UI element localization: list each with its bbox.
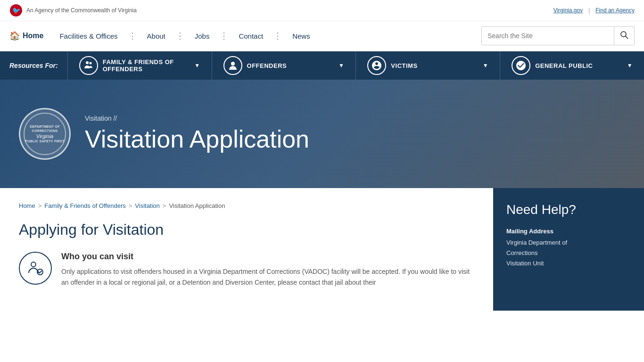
cardinal-icon: 🐦 (9, 4, 23, 17)
nav-dots-2: ⋮ (174, 31, 186, 41)
family-icon-svg (83, 60, 94, 71)
nav-dots-1: ⋮ (126, 31, 139, 41)
address-line2: Corrections (506, 248, 631, 258)
nav-jobs[interactable]: Jobs (186, 21, 218, 51)
nav-home[interactable]: 🏠 Home (9, 31, 51, 41)
resources-bar: Resources For: FAMILY & FRIENDS OF OFFEN… (0, 51, 644, 80)
breadcrumb-family-friends[interactable]: Family & Friends of Offenders (44, 202, 125, 209)
nav-contact-label: Contact (239, 32, 263, 40)
family-friends-icon (79, 56, 98, 75)
general-public-arrow: ▼ (627, 62, 633, 69)
department-seal: DEPARTMENT OF CORRECTIONS Virginia PUBLI… (19, 108, 71, 160)
who-visit-icon (19, 252, 52, 285)
victims-label: VICTIMS (391, 62, 476, 69)
nav-news[interactable]: News (284, 21, 319, 51)
svg-line-3 (626, 36, 628, 38)
resources-label: Resources For: (0, 51, 67, 80)
search-icon (620, 31, 628, 39)
offenders-label: OFFENDERS (247, 62, 332, 69)
search-button[interactable] (614, 27, 634, 45)
address-line3: Visitation Unit (506, 258, 631, 269)
top-links: Virginia.gov | Find an Agency (553, 7, 635, 14)
resource-offenders[interactable]: OFFENDERS ▼ (212, 51, 356, 80)
breadcrumb-sep-1: > (38, 202, 42, 209)
hero-content: Visitation // Visitation Application (85, 115, 309, 153)
family-friends-label: FAMILY & FRIENDS OF OFFENDERS (103, 58, 188, 73)
nav-facilities[interactable]: Facilities & Offices (51, 21, 126, 51)
hero-title: Visitation Application (85, 126, 309, 153)
breadcrumb-home[interactable]: Home (19, 202, 35, 209)
address-line1: Virginia Department of (506, 238, 631, 248)
seal-virginia: Virginia (36, 133, 54, 139)
nav-about[interactable]: About (139, 21, 174, 51)
mailing-address-label: Mailing Address (506, 228, 631, 235)
seal-inner: DEPARTMENT OF CORRECTIONS Virginia PUBLI… (24, 113, 66, 155)
nav-bar: 🏠 Home Facilities & Offices ⋮ About ⋮ Jo… (0, 21, 644, 51)
breadcrumb-visitation[interactable]: Visitation (135, 202, 160, 209)
seal-text-bottom: PUBLIC SAFETY FIRST (25, 139, 64, 143)
nav-dots-4: ⋮ (272, 31, 284, 41)
general-public-label: GENERAL PUBLIC (535, 62, 620, 69)
hero-breadcrumb: Visitation // (85, 115, 309, 122)
home-icon: 🏠 (9, 31, 20, 41)
svg-point-6 (231, 62, 235, 66)
breadcrumb: Home > Family & Friends of Offenders > V… (19, 202, 474, 209)
hero-section: DEPARTMENT OF CORRECTIONS Virginia PUBLI… (0, 80, 644, 188)
breadcrumb-current: Visitation Application (169, 202, 225, 209)
who-visit-text: Only applications to visit offenders hou… (61, 266, 474, 288)
who-visit-section: Who you can visit Only applications to v… (19, 252, 474, 288)
nav-facilities-label: Facilities & Offices (59, 32, 117, 40)
nav-news-label: News (292, 32, 310, 40)
victims-icon-svg (371, 60, 382, 71)
nav-jobs-label: Jobs (195, 32, 210, 40)
search-box (481, 26, 635, 45)
offenders-icon-svg (228, 60, 238, 71)
svg-point-7 (31, 262, 36, 267)
content-left: Home > Family & Friends of Offenders > V… (0, 188, 493, 311)
breadcrumb-sep-3: > (163, 202, 166, 209)
nav-about-label: About (147, 32, 165, 40)
offenders-arrow: ▼ (339, 62, 344, 69)
svg-point-4 (86, 61, 89, 64)
breadcrumb-sep-2: > (129, 202, 132, 209)
sidebar-address: Virginia Department of Corrections Visit… (506, 238, 631, 269)
resource-general-public[interactable]: GENERAL PUBLIC ▼ (500, 51, 644, 80)
resource-family-friends[interactable]: FAMILY & FRIENDS OF OFFENDERS ▼ (67, 51, 212, 80)
victims-arrow: ▼ (483, 62, 488, 69)
svg-point-5 (89, 62, 91, 65)
visitor-icon-svg (26, 259, 45, 278)
offenders-icon (223, 56, 242, 75)
victims-icon (367, 56, 386, 75)
find-agency-link[interactable]: Find an Agency (595, 7, 635, 14)
nav-home-label: Home (23, 32, 43, 40)
family-friends-arrow: ▼ (194, 62, 200, 69)
who-visit-title: Who you can visit (61, 252, 474, 262)
agency-branding: 🐦 An Agency of the Commonwealth of Virgi… (9, 4, 137, 17)
main-content: Home > Family & Friends of Offenders > V… (0, 188, 644, 311)
general-public-icon-svg (515, 60, 527, 71)
seal-text-top: DEPARTMENT OF CORRECTIONS (25, 124, 65, 133)
sidebar: Need Help? Mailing Address Virginia Depa… (493, 188, 644, 311)
general-public-icon (512, 56, 530, 75)
nav-dots-3: ⋮ (218, 31, 230, 41)
sidebar-heading: Need Help? (506, 202, 631, 217)
virginia-gov-link[interactable]: Virginia.gov (553, 7, 583, 14)
page-heading: Applying for Visitation (19, 221, 474, 239)
nav-contact[interactable]: Contact (230, 21, 272, 51)
agency-text: An Agency of the Commonwealth of Virgini… (26, 7, 137, 14)
who-visit-content: Who you can visit Only applications to v… (61, 252, 474, 288)
resource-victims[interactable]: VICTIMS ▼ (355, 51, 500, 80)
svg-text:🐦: 🐦 (12, 7, 21, 15)
top-bar: 🐦 An Agency of the Commonwealth of Virgi… (0, 0, 644, 21)
search-input[interactable] (482, 27, 614, 45)
